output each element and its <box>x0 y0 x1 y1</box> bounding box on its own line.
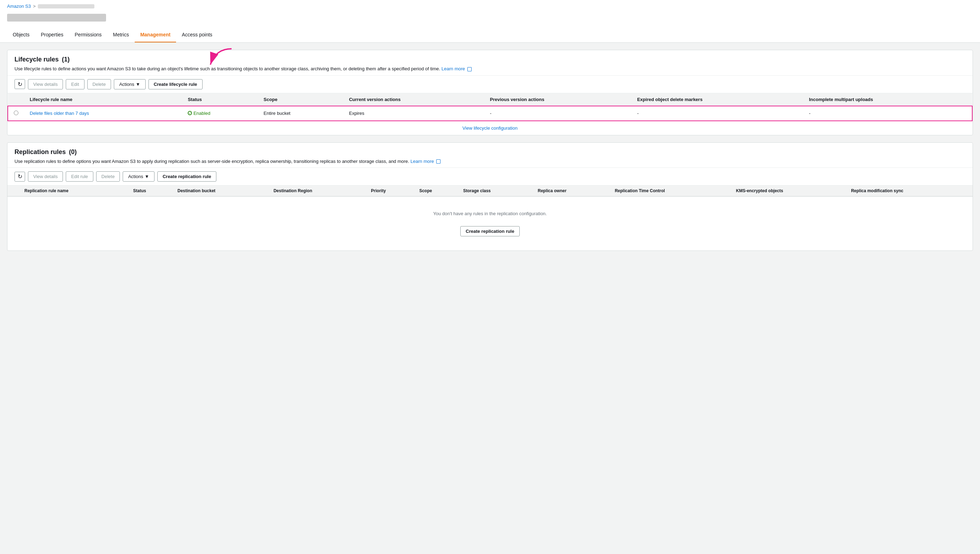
replication-actions-button[interactable]: Actions ▼ <box>123 171 155 181</box>
lifecycle-view-config-cell: View lifecycle configuration <box>8 121 972 135</box>
replication-table: Replication rule name Status Destination… <box>8 186 972 196</box>
lifecycle-row-radio[interactable] <box>14 111 18 115</box>
replication-col-name: Replication rule name <box>20 186 129 196</box>
lifecycle-edit-button[interactable]: Edit <box>66 79 84 89</box>
replication-col-select <box>8 186 20 196</box>
lifecycle-col-status: Status <box>182 93 258 106</box>
tab-metrics[interactable]: Metrics <box>107 27 135 42</box>
lifecycle-col-previous: Previous version actions <box>484 93 631 106</box>
replication-empty-state: You don't have any rules in the replicat… <box>8 196 972 250</box>
lifecycle-delete-button[interactable]: Delete <box>87 79 111 89</box>
view-lifecycle-config-link[interactable]: View lifecycle configuration <box>463 126 517 131</box>
replication-col-rtc: Replication Time Control <box>611 186 732 196</box>
tabs-nav: Objects Properties Permissions Metrics M… <box>0 27 980 43</box>
lifecycle-row-previous-cell: - <box>484 106 631 121</box>
lifecycle-col-scope: Scope <box>258 93 344 106</box>
replication-create-button[interactable]: Create replication rule <box>157 171 216 181</box>
tab-management[interactable]: Management <box>135 27 176 42</box>
lifecycle-section: Lifecycle rules (1) Use lifecycle rules … <box>7 50 973 135</box>
lifecycle-row-radio-cell[interactable] <box>8 106 24 121</box>
lifecycle-create-button[interactable]: Create lifecycle rule <box>148 79 203 89</box>
lifecycle-actions-button[interactable]: Actions ▼ <box>114 79 146 89</box>
lifecycle-row-incomplete-cell: - <box>803 106 972 121</box>
replication-col-kms: KMS-encrypted objects <box>732 186 847 196</box>
lifecycle-rule-name-link[interactable]: Delete files older than 7 days <box>30 111 89 116</box>
replication-col-scope: Scope <box>415 186 459 196</box>
tab-access-points[interactable]: Access points <box>176 27 218 42</box>
replication-empty-create-wrapper: Create replication rule <box>460 221 519 236</box>
replication-col-storage-class: Storage class <box>459 186 533 196</box>
page-title <box>7 14 106 22</box>
lifecycle-row-expired-cell: - <box>631 106 803 121</box>
replication-delete-button[interactable]: Delete <box>96 171 120 181</box>
lifecycle-col-name: Lifecycle rule name <box>24 93 182 106</box>
lifecycle-row-name-cell: Delete files older than 7 days <box>24 106 182 121</box>
lifecycle-view-config-row: View lifecycle configuration <box>8 121 972 135</box>
replication-actions-chevron-icon: ▼ <box>145 174 149 179</box>
replication-table-header-row: Replication rule name Status Destination… <box>8 186 972 196</box>
replication-description: Use replication rules to define options … <box>14 158 966 165</box>
tab-objects[interactable]: Objects <box>7 27 35 42</box>
lifecycle-description: Use lifecycle rules to define actions yo… <box>14 65 966 72</box>
replication-col-status: Status <box>129 186 173 196</box>
lifecycle-col-expired: Expired object delete markers <box>631 93 803 106</box>
replication-refresh-button[interactable]: ↻ <box>14 172 25 181</box>
breadcrumb-separator: > <box>33 3 36 9</box>
replication-toolbar: ↻ View details Edit rule Delete Actions … <box>8 167 972 185</box>
external-link-icon <box>468 67 472 72</box>
replication-empty-create-button[interactable]: Create replication rule <box>460 226 519 236</box>
main-content: Lifecycle rules (1) Use lifecycle rules … <box>0 43 980 265</box>
replication-section: Replication rules (0) Use replication ru… <box>7 142 973 251</box>
lifecycle-refresh-button[interactable]: ↻ <box>14 79 25 89</box>
lifecycle-view-details-button[interactable]: View details <box>28 79 63 89</box>
replication-col-priority: Priority <box>367 186 415 196</box>
replication-view-details-button[interactable]: View details <box>28 171 63 181</box>
lifecycle-table-header-row: Lifecycle rule name Status Scope Current… <box>8 93 972 106</box>
lifecycle-title: Lifecycle rules (1) <box>14 56 966 63</box>
replication-learn-more[interactable]: Learn more <box>410 159 434 164</box>
lifecycle-status-enabled: ✓ Enabled <box>188 111 252 116</box>
breadcrumb-bucket <box>38 4 94 8</box>
breadcrumb: Amazon S3 > <box>0 0 980 11</box>
replication-col-dest-region: Destination Region <box>270 186 367 196</box>
lifecycle-col-incomplete: Incomplete multipart uploads <box>803 93 972 106</box>
lifecycle-table-container: Lifecycle rule name Status Scope Current… <box>8 93 972 135</box>
tab-permissions[interactable]: Permissions <box>69 27 107 42</box>
replication-external-link-icon <box>436 159 441 164</box>
lifecycle-header: Lifecycle rules (1) Use lifecycle rules … <box>8 50 972 75</box>
breadcrumb-service-link[interactable]: Amazon S3 <box>7 3 31 9</box>
lifecycle-row-current-cell: Expires <box>343 106 484 121</box>
lifecycle-table-row: Delete files older than 7 days ✓ Enabled… <box>8 106 972 121</box>
actions-chevron-icon: ▼ <box>136 81 140 87</box>
lifecycle-table: Lifecycle rule name Status Scope Current… <box>8 93 972 135</box>
lifecycle-row-status-cell: ✓ Enabled <box>182 106 258 121</box>
lifecycle-row-scope-cell: Entire bucket <box>258 106 344 121</box>
tab-properties[interactable]: Properties <box>35 27 69 42</box>
lifecycle-col-current: Current version actions <box>343 93 484 106</box>
replication-col-replica-owner: Replica owner <box>533 186 611 196</box>
status-enabled-icon: ✓ <box>188 111 192 115</box>
lifecycle-col-select <box>8 93 24 106</box>
replication-edit-rule-button[interactable]: Edit rule <box>66 171 93 181</box>
replication-table-container: Replication rule name Status Destination… <box>8 185 972 250</box>
replication-title: Replication rules (0) <box>14 148 966 156</box>
replication-col-dest-bucket: Destination bucket <box>173 186 270 196</box>
lifecycle-learn-more[interactable]: Learn more <box>442 66 465 72</box>
page-title-bar <box>0 11 980 27</box>
lifecycle-toolbar: ↻ View details Edit Delete Actions ▼ Cre… <box>8 75 972 93</box>
replication-empty-message: You don't have any rules in the replicat… <box>14 211 966 216</box>
replication-col-sync: Replica modification sync <box>847 186 972 196</box>
replication-header: Replication rules (0) Use replication ru… <box>8 143 972 168</box>
